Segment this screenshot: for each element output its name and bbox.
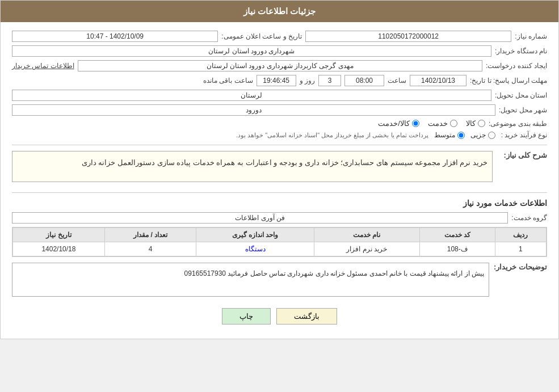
col-header-unit: واحد اندازه گیری (196, 228, 314, 242)
purchase-radio-medium[interactable] (457, 132, 465, 139)
cell-date: 1402/10/18 (13, 242, 105, 256)
page-title: جزئیات اطلاعات نیاز (243, 6, 316, 16)
purchase-radio-partial-label: جزیی (470, 131, 486, 139)
buyer-notes-label: توضیحات خریدار: (494, 263, 547, 271)
need-number-value: 1102050172000012 (305, 31, 511, 42)
city-label: شهر محل تحویل: (499, 106, 547, 114)
service-group-row: گروه خدمت: فن آوری اطلاعات (12, 212, 547, 224)
service-group-label: گروه خدمت: (511, 214, 547, 222)
divider-2 (12, 192, 547, 193)
deadline-date: 1402/10/13 (410, 75, 466, 86)
need-number-row: شماره نیاز: 1102050172000012 تاریخ و ساع… (12, 31, 547, 42)
purchase-type-label: نوع فرآیند خرید : (501, 131, 547, 139)
announce-date-value: 1402/10/09 - 10:47 (12, 31, 218, 42)
back-button[interactable]: بازگشت (276, 308, 337, 324)
col-header-name: نام خدمت (314, 228, 419, 242)
cell-unit[interactable]: دستگاه (196, 242, 314, 256)
deadline-label: مهلت ارسال پاسخ: تا تاریخ: (470, 77, 547, 85)
services-table-container: ردیف کد خدمت نام خدمت واحد اندازه گیری ت… (12, 227, 547, 257)
buyer-notes-section: توضیحات خریدار: پیش از ارائه پیشنهاد قیم… (12, 263, 547, 297)
province-label: استان محل تحویل: (495, 91, 547, 99)
province-row: استان محل تحویل: لرستان (12, 90, 547, 101)
page-wrapper: جزئیات اطلاعات نیاز شماره نیاز: 11020501… (0, 0, 559, 339)
general-desc-label: شرح کلی نیاز: (496, 151, 547, 159)
content-area: شماره نیاز: 1102050172000012 تاریخ و ساع… (1, 22, 558, 339)
purchase-type-row: نوع فرآیند خرید : جزیی متوسط پرداخت تمام… (12, 131, 547, 139)
cell-name: خرید نرم افزار (314, 242, 419, 256)
category-radio-goods-label: کالا (466, 119, 476, 128)
category-option-both: کالا/خدمت (378, 119, 419, 128)
remaining-days-label: روز و (300, 77, 315, 85)
col-header-date: تاریخ نیاز (13, 228, 105, 242)
deadline-time: 08:00 (344, 75, 384, 86)
city-row: شهر محل تحویل: دورود (12, 104, 547, 116)
table-row: 1 ف-108 خرید نرم افزار دستگاه 4 1402/10/… (13, 242, 547, 256)
divider-1 (12, 145, 547, 145)
category-row: طبقه بندی موضوعی: کالا خدمت کالا/خدمت (12, 119, 547, 128)
creator-value: مهدی گرجی کاربرداز شهرداری دورود استان ل… (78, 60, 482, 71)
cell-code: ف-108 (419, 242, 495, 256)
buyer-org-label: نام دستگاه خریدار: (495, 47, 547, 55)
remaining-suffix: ساعت باقی مانده (203, 77, 253, 85)
category-radio-service[interactable] (450, 120, 457, 127)
general-desc-value: خرید نرم افزار مجموعه سیستم های حسابداری… (12, 151, 493, 182)
category-radio-both[interactable] (412, 120, 419, 127)
remaining-time: 19:46:45 (257, 75, 296, 86)
page-header: جزئیات اطلاعات نیاز (1, 1, 558, 22)
remaining-days: 3 (318, 75, 341, 86)
col-header-qty: تعداد / مقدار (104, 228, 196, 242)
table-header-row: ردیف کد خدمت نام خدمت واحد اندازه گیری ت… (13, 228, 547, 242)
province-value: لرستان (12, 90, 491, 101)
category-radio-group: کالا خدمت کالا/خدمت (378, 119, 485, 128)
buyer-org-value: شهرداری دورود استان لرستان (12, 45, 491, 57)
deadline-time-label: ساعت (388, 77, 406, 85)
services-title: اطلاعات خدمات مورد نیاز (12, 199, 547, 208)
category-radio-both-label: کالا/خدمت (378, 119, 410, 128)
category-radio-service-label: خدمت (428, 119, 448, 128)
service-group-value: فن آوری اطلاعات (12, 212, 508, 224)
services-table: ردیف کد خدمت نام خدمت واحد اندازه گیری ت… (12, 227, 547, 256)
button-row: بازگشت چاپ (12, 302, 547, 330)
purchase-note: پرداخت تمام یا بخشی از مبلغ خریداز محل "… (236, 132, 428, 139)
col-header-row: ردیف (495, 228, 546, 242)
purchase-radio-medium-label: متوسط (434, 131, 455, 139)
category-radio-goods[interactable] (478, 120, 485, 127)
purchase-option-medium: متوسط (434, 131, 465, 139)
col-header-code: کد خدمت (419, 228, 495, 242)
buyer-org-row: نام دستگاه خریدار: شهرداری دورود استان ل… (12, 45, 547, 57)
purchase-option-partial: جزیی (470, 131, 495, 139)
creator-label: ایجاد کننده درخواست: (486, 62, 547, 70)
cell-row: 1 (495, 242, 546, 256)
purchase-radio-partial[interactable] (488, 132, 495, 139)
contact-link[interactable]: اطلاعات تماس خریدار (12, 62, 74, 70)
deadline-row: مهلت ارسال پاسخ: تا تاریخ: 1402/10/13 سا… (12, 75, 547, 86)
print-button[interactable]: چاپ (222, 308, 271, 324)
buyer-notes-value: پیش از ارائه پیشنهاد قیمت با خانم احمدی … (12, 263, 489, 297)
category-label: طبقه بندی موضوعی: (489, 120, 547, 128)
creator-row: ایجاد کننده درخواست: مهدی گرجی کاربرداز … (12, 60, 547, 71)
cell-qty: 4 (104, 242, 196, 256)
announce-date-label: تاریخ و ساعت اعلان عمومی: (221, 32, 302, 40)
category-option-goods: کالا (466, 119, 485, 128)
general-desc-row: شرح کلی نیاز: خرید نرم افزار مجموعه سیست… (12, 151, 547, 187)
need-number-label: شماره نیاز: (515, 32, 547, 40)
category-option-service: خدمت (428, 119, 457, 128)
city-value: دورود (12, 104, 495, 116)
